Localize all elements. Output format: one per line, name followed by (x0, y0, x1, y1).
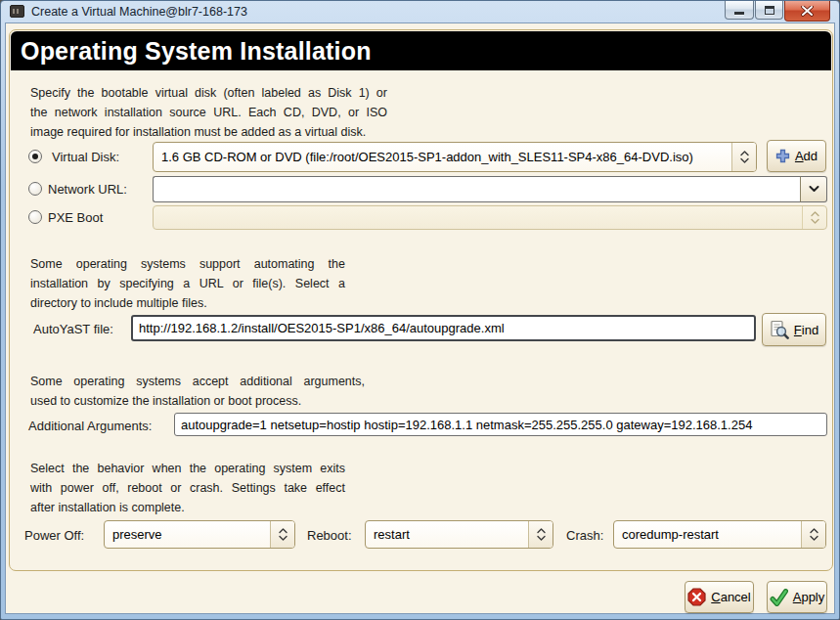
chevron-up-down-icon (802, 206, 826, 229)
chevron-up-down-icon (528, 521, 553, 548)
pxe-boot-label: PXE Boot (48, 210, 103, 225)
close-icon (801, 6, 814, 17)
paragraph-line: used to customize the installation or bo… (30, 391, 365, 411)
find-button[interactable]: Find (762, 313, 826, 346)
apply-button[interactable]: Apply (767, 581, 827, 613)
titlebar[interactable]: Create a Virtual Machine@blr7-168-173 (1, 1, 839, 22)
find-button-label: Find (794, 323, 818, 337)
plus-icon (775, 149, 790, 163)
network-url-label: Network URL: (48, 182, 127, 197)
chevron-up-down-icon (270, 521, 294, 548)
pxe-boot-value (154, 206, 802, 229)
apply-icon (770, 589, 788, 606)
pxe-boot-radio[interactable] (28, 210, 42, 224)
minimize-button[interactable] (725, 1, 754, 20)
paragraph-line: Some operating systems support automatin… (30, 254, 345, 274)
paragraph-line: Specify the bootable virtual disk (often… (30, 83, 387, 103)
paragraph-line: the network installation source URL. Eac… (30, 103, 387, 122)
intro-paragraph: Specify the bootable virtual disk (often… (30, 83, 387, 142)
paragraph-line: image required for installation must be … (30, 122, 387, 142)
cancel-button[interactable]: Cancel (685, 581, 754, 613)
reboot-combo[interactable]: restart (365, 520, 553, 549)
crash-value: coredump-restart (614, 521, 801, 548)
paragraph-line: Select the behavior when the operating s… (30, 459, 345, 478)
page-title: Operating System Installation (11, 37, 372, 66)
crash-label: Crash: (566, 528, 603, 543)
minimize-icon (734, 12, 744, 15)
page-header: Operating System Installation (11, 31, 831, 70)
reboot-label: Reboot: (307, 528, 352, 543)
app-icon (10, 5, 24, 18)
window-title: Create a Virtual Machine@blr7-168-173 (31, 5, 247, 19)
virtual-disk-label: Virtual Disk: (52, 150, 119, 164)
close-button[interactable] (784, 1, 830, 22)
power-off-label: Power Off: (24, 528, 84, 543)
paragraph-line: installation by specifying a URL or file… (30, 274, 345, 293)
chevron-down-icon (809, 186, 819, 193)
add-button-label: Add (795, 149, 818, 163)
reboot-value: restart (366, 521, 528, 548)
power-off-combo[interactable]: preserve (104, 520, 295, 549)
network-url-dropdown-button[interactable] (800, 176, 827, 202)
behavior-paragraph: Select the behavior when the operating s… (30, 459, 345, 517)
autoyast-file-input[interactable] (131, 315, 756, 341)
maximize-button[interactable] (755, 1, 783, 20)
chevron-up-down-icon (801, 521, 825, 548)
paragraph-line: with power off, reboot or crash. Setting… (30, 478, 345, 498)
autoyast-paragraph: Some operating systems support automatin… (30, 254, 345, 313)
arguments-paragraph: Some operating systems accept additional… (30, 372, 365, 411)
paragraph-line: Some operating systems accept additional… (30, 372, 365, 391)
find-icon (770, 320, 789, 339)
virtual-disk-radio[interactable] (28, 150, 42, 163)
autoyast-file-label: AutoYaST file: (33, 322, 113, 336)
cancel-button-label: Cancel (711, 590, 750, 604)
virtual-disk-combo[interactable]: 1.6 GB CD-ROM or DVD (file:/root/OES2015… (153, 142, 757, 172)
network-url-input[interactable] (153, 176, 801, 202)
additional-arguments-label: Additional Arguments: (28, 419, 152, 433)
apply-button-label: Apply (793, 590, 825, 604)
power-off-value: preserve (105, 521, 270, 548)
virtual-disk-value: 1.6 GB CD-ROM or DVD (file:/root/OES2015… (154, 143, 731, 171)
paragraph-line: after installation is complete. (30, 498, 345, 517)
add-button[interactable]: Add (767, 140, 826, 172)
maximize-icon (765, 6, 774, 15)
window-controls (725, 1, 830, 22)
paragraph-line: directory to include multiple files. (30, 293, 345, 313)
cancel-icon (687, 588, 706, 606)
chevron-up-down-icon (731, 143, 756, 171)
network-url-radio[interactable] (28, 182, 42, 196)
pxe-boot-combo (153, 205, 827, 230)
crash-combo[interactable]: coredump-restart (613, 520, 826, 549)
additional-arguments-input[interactable] (174, 413, 827, 436)
window: Create a Virtual Machine@blr7-168-173 Op… (0, 0, 840, 620)
